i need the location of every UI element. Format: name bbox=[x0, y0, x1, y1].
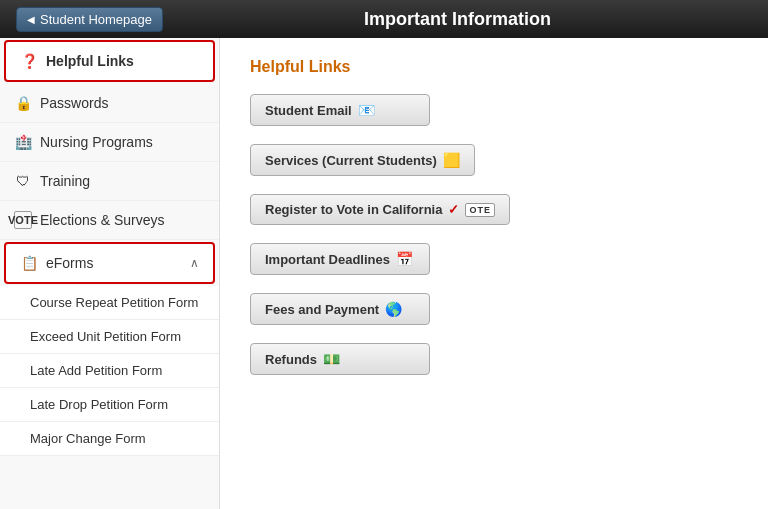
fees-payment-row: Fees and Payment 🌎 bbox=[250, 293, 738, 339]
sidebar-subitem-course-repeat[interactable]: Course Repeat Petition Form bbox=[0, 286, 219, 320]
vote-check-icon: ✓ bbox=[448, 202, 459, 217]
services-button[interactable]: Services (Current Students) 🟨 bbox=[250, 144, 475, 176]
subitem-label: Late Drop Petition Form bbox=[30, 397, 168, 412]
back-label: Student Homepage bbox=[40, 12, 152, 27]
sidebar-item-training[interactable]: 🛡 Training bbox=[0, 162, 219, 201]
student-email-button[interactable]: Student Email 📧 bbox=[250, 94, 430, 126]
register-vote-button[interactable]: Register to Vote in California ✓OTE bbox=[250, 194, 510, 225]
refunds-button[interactable]: Refunds 💵 bbox=[250, 343, 430, 375]
fees-payment-label: Fees and Payment bbox=[265, 302, 379, 317]
deadlines-icon: 📅 bbox=[396, 251, 413, 267]
nursing-icon: 🏥 bbox=[14, 133, 32, 151]
email-icon: 📧 bbox=[358, 102, 375, 118]
important-deadlines-row: Important Deadlines 📅 bbox=[250, 243, 738, 289]
sidebar-label: Elections & Surveys bbox=[40, 212, 165, 228]
sidebar-subitem-major-change[interactable]: Major Change Form bbox=[0, 422, 219, 456]
sidebar-label: Passwords bbox=[40, 95, 108, 111]
question-icon: ❓ bbox=[20, 52, 38, 70]
back-button[interactable]: Student Homepage bbox=[16, 7, 163, 32]
sidebar-subitem-late-add[interactable]: Late Add Petition Form bbox=[0, 354, 219, 388]
sidebar: ❓ Helpful Links 🔒 Passwords 🏥 Nursing Pr… bbox=[0, 38, 220, 509]
sidebar-label: eForms bbox=[46, 255, 93, 271]
section-title: Helpful Links bbox=[250, 58, 738, 76]
subitem-label: Major Change Form bbox=[30, 431, 146, 446]
sidebar-item-elections[interactable]: VOTE Elections & Surveys bbox=[0, 201, 219, 240]
sidebar-label: Helpful Links bbox=[46, 53, 134, 69]
refunds-row: Refunds 💵 bbox=[250, 343, 738, 389]
subitem-label: Exceed Unit Petition Form bbox=[30, 329, 181, 344]
register-vote-label: Register to Vote in California bbox=[265, 202, 442, 217]
fees-payment-button[interactable]: Fees and Payment 🌎 bbox=[250, 293, 430, 325]
subitem-label: Late Add Petition Form bbox=[30, 363, 162, 378]
services-label: Services (Current Students) bbox=[265, 153, 437, 168]
chevron-up-icon: ∧ bbox=[190, 256, 199, 270]
page-title: Important Information bbox=[163, 9, 752, 30]
sidebar-item-eforms[interactable]: 📋 eForms ∧ bbox=[4, 242, 215, 284]
sidebar-label: Nursing Programs bbox=[40, 134, 153, 150]
services-row: Services (Current Students) 🟨 bbox=[250, 144, 738, 190]
vote-text-icon: OTE bbox=[465, 203, 495, 217]
vote-icon: VOTE bbox=[14, 211, 32, 229]
sidebar-subitem-exceed-unit[interactable]: Exceed Unit Petition Form bbox=[0, 320, 219, 354]
important-deadlines-label: Important Deadlines bbox=[265, 252, 390, 267]
sidebar-item-nursing[interactable]: 🏥 Nursing Programs bbox=[0, 123, 219, 162]
lock-icon: 🔒 bbox=[14, 94, 32, 112]
important-deadlines-button[interactable]: Important Deadlines 📅 bbox=[250, 243, 430, 275]
header: Student Homepage Important Information bbox=[0, 0, 768, 38]
sidebar-item-helpful-links[interactable]: ❓ Helpful Links bbox=[4, 40, 215, 82]
sidebar-label: Training bbox=[40, 173, 90, 189]
student-email-row: Student Email 📧 bbox=[250, 94, 738, 140]
sidebar-item-passwords[interactable]: 🔒 Passwords bbox=[0, 84, 219, 123]
sidebar-subitem-late-drop[interactable]: Late Drop Petition Form bbox=[0, 388, 219, 422]
main-content: Helpful Links Student Email 📧 Services (… bbox=[220, 38, 768, 509]
globe-icon: 🌎 bbox=[385, 301, 402, 317]
register-vote-row: Register to Vote in California ✓OTE bbox=[250, 194, 738, 239]
main-layout: ❓ Helpful Links 🔒 Passwords 🏥 Nursing Pr… bbox=[0, 38, 768, 509]
box-icon: 🟨 bbox=[443, 152, 460, 168]
shield-icon: 🛡 bbox=[14, 172, 32, 190]
student-email-label: Student Email bbox=[265, 103, 352, 118]
refunds-label: Refunds bbox=[265, 352, 317, 367]
subitem-label: Course Repeat Petition Form bbox=[30, 295, 198, 310]
money-icon: 💵 bbox=[323, 351, 340, 367]
eforms-icon: 📋 bbox=[20, 254, 38, 272]
